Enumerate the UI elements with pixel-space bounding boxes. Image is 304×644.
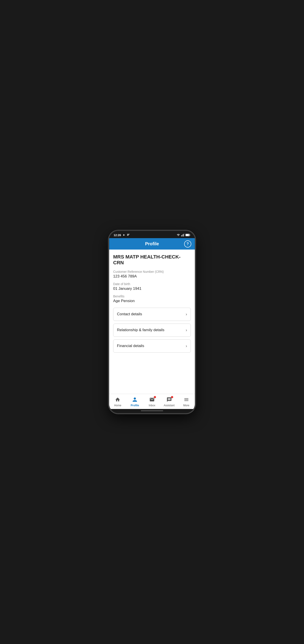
crn-label: Customer Reference Number (CRN) [113, 270, 191, 274]
home-indicator [141, 410, 163, 411]
nav-icon-more [184, 397, 189, 403]
nav-badge-assistant [171, 396, 173, 398]
signal-icon [181, 234, 184, 236]
bottom-nav: Home Profile Inbox Assistant [109, 394, 195, 409]
nav-item-more[interactable]: More [178, 397, 195, 407]
svg-rect-4 [182, 234, 183, 236]
benefits-label: Benefits [113, 294, 191, 298]
dob-label: Date of birth [113, 282, 191, 286]
svg-rect-9 [186, 234, 189, 236]
svg-rect-0 [127, 234, 130, 234]
app-screen: Profile ? MRS MATP HEALTH-CHECK-CRN Cust… [109, 238, 195, 409]
svg-rect-3 [181, 235, 182, 236]
nav-item-home[interactable]: Home [109, 397, 126, 407]
status-bar: 12:26 [109, 231, 195, 238]
svg-rect-8 [189, 234, 190, 236]
help-icon: ? [187, 242, 189, 246]
svg-rect-2 [127, 235, 129, 236]
crn-block: Customer Reference Number (CRN) 123 456 … [113, 270, 191, 278]
benefits-value: Age Pension [113, 299, 191, 303]
status-time: 12:26 [114, 234, 121, 237]
nav-icon-profile [132, 397, 138, 403]
nav-item-assistant[interactable]: Assistant [160, 397, 178, 407]
nav-label-inbox: Inbox [149, 404, 155, 407]
phone-frame: 12:26 Profile ? MRS MATP HEALTH-CHECK-CR… [109, 230, 195, 414]
detail-btn-contact[interactable]: Contact details › [113, 308, 191, 321]
user-name: MRS MATP HEALTH-CHECK-CRN [113, 254, 191, 266]
battery-icon [185, 234, 190, 236]
benefits-block: Benefits Age Pension [113, 294, 191, 303]
nav-icon-inbox [149, 397, 155, 403]
detail-btn-label-relationship: Relationship & family details [117, 328, 164, 332]
help-button[interactable]: ? [184, 240, 191, 248]
text-icon [127, 234, 130, 236]
nav-icon-assistant [166, 397, 172, 403]
chevron-icon-relationship: › [186, 328, 187, 332]
dob-block: Date of birth 01 January 1941 [113, 282, 191, 291]
app-header: Profile ? [109, 238, 195, 250]
crn-value: 123 456 789A [113, 274, 191, 278]
chevron-icon-contact: › [186, 312, 187, 317]
page-title: Profile [145, 241, 159, 246]
wifi-icon [176, 234, 180, 236]
home-bar [109, 409, 195, 413]
nav-label-profile: Profile [131, 404, 139, 407]
nav-item-profile[interactable]: Profile [126, 397, 144, 407]
nav-badge-inbox [154, 396, 156, 398]
svg-rect-1 [127, 234, 129, 235]
dob-value: 01 January 1941 [113, 286, 191, 291]
svg-rect-5 [183, 234, 183, 236]
nav-label-more: More [183, 404, 189, 407]
nav-label-home: Home [114, 404, 121, 407]
content-area: MRS MATP HEALTH-CHECK-CRN Customer Refer… [109, 250, 195, 394]
nav-icon-home [115, 397, 120, 403]
detail-btn-relationship[interactable]: Relationship & family details › [113, 324, 191, 337]
nav-item-inbox[interactable]: Inbox [144, 397, 161, 407]
detail-btn-label-financial: Financial details [117, 344, 144, 348]
svg-rect-6 [184, 234, 184, 236]
detail-buttons: Contact details › Relationship & family … [113, 308, 191, 353]
status-icons [176, 234, 190, 236]
play-icon [122, 234, 126, 236]
nav-label-assistant: Assistant [164, 404, 174, 407]
chevron-icon-financial: › [186, 344, 187, 348]
detail-btn-label-contact: Contact details [117, 312, 142, 316]
detail-btn-financial[interactable]: Financial details › [113, 340, 191, 353]
